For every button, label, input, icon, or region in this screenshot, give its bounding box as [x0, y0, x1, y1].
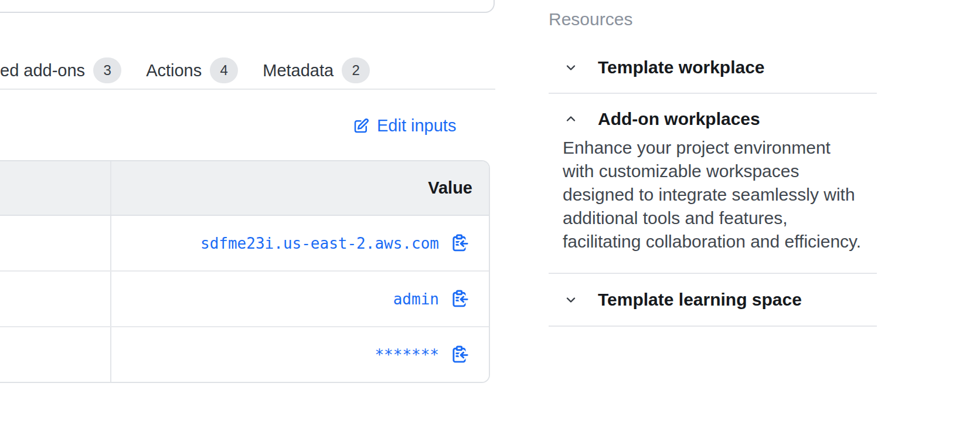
table-row: sdfme23i.us-east-2.aws.com — [0, 216, 489, 272]
resources-title: Resources — [549, 9, 877, 29]
name-cell — [0, 272, 111, 326]
input-value-masked: ******* — [375, 346, 439, 364]
section-title: Template learning space — [598, 287, 802, 312]
value-cell: admin — [111, 272, 489, 326]
tab-actions[interactable]: Actions 4 — [146, 57, 238, 83]
value-cell: sdfme23i.us-east-2.aws.com — [111, 216, 489, 270]
accordion-header[interactable]: Template workplace — [549, 42, 877, 93]
chevron-up-icon — [564, 112, 578, 126]
tab-installed-add-ons[interactable]: ed add-ons 3 — [0, 57, 121, 83]
section-title: Template workplace — [598, 55, 765, 80]
tab-count-badge: 2 — [342, 57, 370, 83]
accordion-section-template-learning-space: Template learning space — [549, 274, 877, 327]
accordion-header[interactable]: Add-on workplaces — [549, 94, 877, 127]
accordion-section-template-workplace: Template workplace — [549, 42, 877, 94]
table-row: ******* — [0, 327, 489, 382]
section-title: Add-on workplaces — [598, 107, 760, 131]
clipboard-paste-icon[interactable] — [450, 233, 469, 253]
section-description: Enhance your project environment with cu… — [563, 136, 866, 273]
accordion-header[interactable]: Template learning space — [549, 274, 877, 326]
chevron-down-icon — [564, 293, 578, 307]
input-value: sdfme23i.us-east-2.aws.com — [200, 235, 439, 252]
resources-panel: Resources Template workplace — [549, 9, 877, 327]
tab-label: ed add-ons — [0, 61, 85, 80]
pencil-square-icon — [352, 117, 370, 135]
chevron-down-icon — [564, 60, 578, 74]
accordion-section-add-on-workplaces: Add-on workplaces Enhance your project e… — [549, 94, 877, 274]
tab-count-badge: 4 — [210, 57, 238, 83]
tab-count-badge: 3 — [93, 57, 121, 83]
clipboard-paste-icon[interactable] — [450, 345, 469, 364]
value-cell: ******* — [111, 327, 489, 382]
tab-bar: ed add-ons 3 Actions 4 Metadata 2 — [0, 56, 370, 84]
tab-label: Actions — [146, 61, 202, 80]
resources-accordion: Template workplace Add-on workplaces Enh… — [549, 42, 877, 327]
edit-inputs-label: Edit inputs — [377, 116, 456, 135]
edit-inputs-button[interactable]: Edit inputs — [352, 116, 456, 135]
name-column-header — [0, 161, 111, 215]
table-row: admin — [0, 272, 489, 327]
name-cell — [0, 327, 111, 382]
tabs-divider — [0, 89, 495, 90]
value-column-header: Value — [111, 161, 489, 215]
tab-label: Metadata — [263, 61, 334, 80]
tab-metadata[interactable]: Metadata 2 — [263, 57, 370, 83]
input-value: admin — [393, 290, 439, 308]
clipboard-paste-icon[interactable] — [450, 289, 469, 309]
name-cell — [0, 216, 111, 270]
top-card-remnant — [0, 0, 495, 13]
inputs-table: Value sdfme23i.us-east-2.aws.com — [0, 160, 490, 383]
page: ed add-ons 3 Actions 4 Metadata 2 Edit i… — [0, 0, 980, 427]
table-header-row: Value — [0, 161, 489, 216]
